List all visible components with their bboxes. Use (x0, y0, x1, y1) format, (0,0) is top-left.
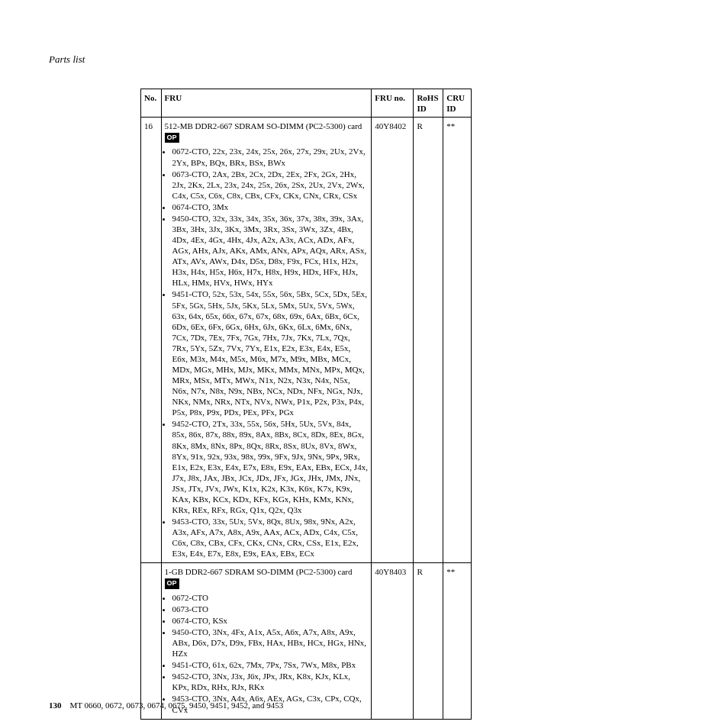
fru-model-item: 9453-CTO, 33x, 5Ux, 5Vx, 8Qx, 8Ux, 98x, … (172, 516, 369, 559)
cell-fru: 512-MB DDR2-667 SDRAM SO-DIMM (PC2-5300)… (161, 118, 372, 563)
fru-model-item: 0673-CTO (172, 604, 369, 614)
cell-cru: ** (443, 563, 472, 719)
cell-rohs: R (414, 118, 443, 563)
op-badge: OP (165, 133, 179, 143)
fru-model-item: 9450-CTO, 3Nx, 4Fx, A1x, A5x, A6x, A7x, … (172, 627, 369, 659)
parts-table-wrapper: No. FRU FRU no. RoHSID CRUID 16512-MB DD… (140, 89, 472, 720)
table-row: 16512-MB DDR2-667 SDRAM SO-DIMM (PC2-530… (141, 118, 472, 563)
col-no: No. (141, 89, 162, 118)
fru-model-list: 0672-CTO0673-CTO0674-CTO, KSx9450-CTO, 3… (165, 592, 369, 715)
fru-model-item: 9451-CTO, 61x, 62x, 7Mx, 7Px, 7Sx, 7Wx, … (172, 659, 369, 670)
fru-model-item: 9452-CTO, 3Nx, J3x, J6x, JPx, JRx, K8x, … (172, 671, 369, 692)
footer-text: MT 0660, 0672, 0673, 0674, 0675, 9450, 9… (70, 701, 284, 710)
fru-model-item: 0672-CTO, 22x, 23x, 24x, 25x, 26x, 27x, … (172, 146, 369, 167)
page-number: 130 (49, 701, 62, 710)
cell-rohs: R (414, 563, 443, 719)
page-footer: 130 MT 0660, 0672, 0673, 0674, 0675, 945… (49, 701, 283, 710)
col-fruno: FRU no. (372, 89, 414, 118)
cell-fruno: 40Y8403 (372, 563, 414, 719)
parts-table: No. FRU FRU no. RoHSID CRUID 16512-MB DD… (140, 89, 472, 720)
cell-no (141, 563, 162, 719)
cell-no: 16 (141, 118, 162, 563)
fru-model-item: 0672-CTO (172, 592, 369, 603)
col-rohs: RoHSID (414, 89, 443, 118)
fru-model-item: 0674-CTO, KSx (172, 615, 369, 626)
fru-model-item: 9450-CTO, 32x, 33x, 34x, 35x, 36x, 37x, … (172, 213, 369, 288)
fru-model-list: 0672-CTO, 22x, 23x, 24x, 25x, 26x, 27x, … (165, 146, 369, 559)
table-header-row: No. FRU FRU no. RoHSID CRUID (141, 89, 472, 118)
cell-fru: 1-GB DDR2-667 SDRAM SO-DIMM (PC2-5300) c… (161, 563, 372, 719)
cell-cru: ** (443, 118, 472, 563)
col-fru: FRU (161, 89, 372, 118)
fru-title: 512-MB DDR2-667 SDRAM SO-DIMM (PC2-5300)… (165, 121, 362, 130)
fru-title: 1-GB DDR2-667 SDRAM SO-DIMM (PC2-5300) c… (165, 567, 353, 576)
table-row: 1-GB DDR2-667 SDRAM SO-DIMM (PC2-5300) c… (141, 563, 472, 719)
col-cru: CRUID (443, 89, 472, 118)
fru-model-item: 9451-CTO, 52x, 53x, 54x, 55x, 56x, 5Bx, … (172, 288, 369, 417)
page-header: Parts list (49, 53, 629, 66)
cell-fruno: 40Y8402 (372, 118, 414, 563)
op-badge: OP (165, 578, 179, 589)
fru-model-item: 0673-CTO, 2Ax, 2Bx, 2Cx, 2Dx, 2Ex, 2Fx, … (172, 169, 369, 201)
fru-model-item: 0674-CTO, 3Mx (172, 201, 369, 212)
fru-model-item: 9452-CTO, 2Tx, 33x, 55x, 56x, 5Hx, 5Ux, … (172, 418, 369, 515)
